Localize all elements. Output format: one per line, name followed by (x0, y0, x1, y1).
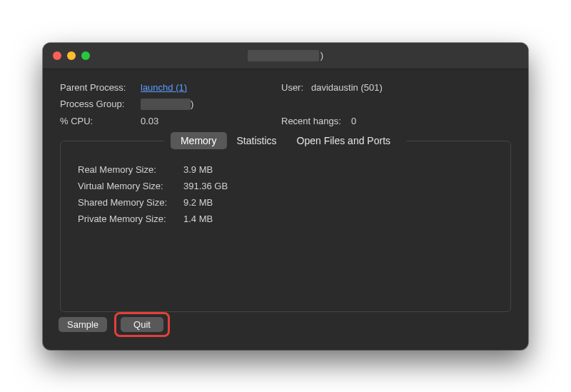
virtual-memory-label: Virtual Memory Size: (78, 181, 183, 191)
table-row: Private Memory Size: 1.4 MB (78, 213, 493, 224)
content-panel: Memory Statistics Open Files and Ports R… (60, 141, 511, 312)
window-title: ) (248, 50, 323, 61)
shared-memory-value: 9.2 MB (183, 197, 213, 208)
real-memory-value: 3.9 MB (183, 164, 213, 175)
user-value: davidaustin (501) (311, 82, 383, 93)
private-memory-label: Private Memory Size: (78, 213, 183, 224)
window-controls (53, 51, 90, 60)
recent-hangs-value: 0 (351, 116, 356, 126)
redacted-process-group (141, 99, 191, 110)
process-group-label: Process Group: (60, 99, 141, 110)
sample-button[interactable]: Sample (59, 317, 107, 332)
tab-open-files[interactable]: Open Files and Ports (287, 132, 401, 149)
process-group-value: ) (141, 99, 193, 110)
close-icon[interactable] (53, 51, 61, 60)
parent-process-link[interactable]: launchd (1) (141, 82, 187, 93)
cpu-label: % CPU: (60, 116, 141, 126)
quit-button[interactable]: Quit (121, 317, 163, 332)
recent-hangs-label: Recent hangs: (281, 116, 351, 126)
real-memory-label: Real Memory Size: (78, 164, 183, 175)
table-row: Real Memory Size: 3.9 MB (78, 164, 493, 175)
memory-table: Real Memory Size: 3.9 MB Virtual Memory … (61, 161, 510, 233)
shared-memory-label: Shared Memory Size: (78, 197, 183, 208)
process-info: Parent Process: launchd (1) User: davida… (43, 69, 528, 138)
virtual-memory-value: 391.36 GB (183, 181, 228, 191)
process-group-suffix: ) (191, 99, 193, 109)
redacted-title (248, 50, 319, 61)
titlebar: ) (43, 43, 528, 69)
zoom-icon[interactable] (81, 51, 90, 60)
private-memory-value: 1.4 MB (183, 213, 213, 224)
window-title-suffix: ) (320, 50, 323, 61)
quit-highlight: Quit (114, 312, 170, 337)
process-info-window: ) Parent Process: launchd (1) User: davi… (43, 43, 528, 350)
table-row: Virtual Memory Size: 391.36 GB (78, 181, 493, 191)
cpu-value: 0.03 (141, 116, 158, 126)
table-row: Shared Memory Size: 9.2 MB (78, 197, 493, 208)
tab-bar: Memory Statistics Open Files and Ports (165, 132, 406, 149)
user-label: User: (281, 82, 311, 93)
minimize-icon[interactable] (67, 51, 76, 60)
tab-statistics[interactable]: Statistics (227, 132, 287, 149)
footer-buttons: Sample Quit (59, 312, 170, 337)
parent-process-label: Parent Process: (60, 82, 141, 93)
tab-memory[interactable]: Memory (171, 132, 227, 149)
